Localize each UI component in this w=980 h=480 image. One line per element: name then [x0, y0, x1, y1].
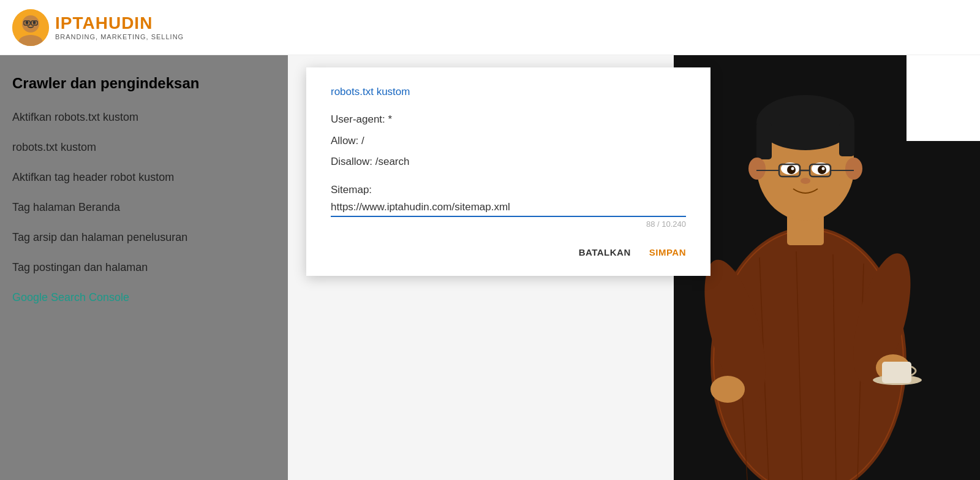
sitemap-input[interactable]: [331, 199, 686, 217]
svg-rect-20: [839, 123, 854, 156]
svg-rect-19: [756, 123, 772, 159]
svg-point-25: [787, 166, 796, 174]
svg-rect-39: [882, 362, 911, 383]
dialog-actions: BATALKAN SIMPAN: [331, 247, 686, 257]
dialog-robots-txt: robots.txt kustom User-agent: * Allow: /…: [306, 67, 710, 276]
svg-rect-41: [907, 55, 980, 141]
dialog-robots-content: User-agent: * Allow: / Disallow: /search: [331, 110, 686, 172]
robots-line3: Disallow: /search: [331, 153, 686, 172]
sidebar-item-aktifkan-robots[interactable]: Aktifkan robots.txt kustom: [12, 111, 276, 124]
sidebar-item-tag-postingan[interactable]: Tag postingan dan halaman: [12, 261, 276, 274]
svg-point-22: [845, 158, 862, 180]
svg-point-34: [801, 178, 810, 184]
person-svg: [674, 55, 980, 480]
logo-title: IPTAHUDIN: [55, 15, 184, 32]
svg-point-21: [748, 158, 766, 180]
sidebar-item-robots-kustom[interactable]: robots.txt kustom: [12, 141, 276, 154]
main-content: Crawler dan pengindeksan Aktifkan robots…: [0, 55, 980, 480]
svg-point-3: [26, 21, 29, 24]
sidebar-item-google-search-console[interactable]: Google Search Console: [12, 291, 276, 304]
char-count: 88 / 10.240: [331, 219, 686, 229]
sitemap-label: Sitemap:: [331, 184, 686, 196]
logo-subtitle: BRANDING, MARKETING, SELLING: [55, 33, 184, 40]
logo-text-block: IPTAHUDIN BRANDING, MARKETING, SELLING: [55, 15, 184, 40]
sidebar: Crawler dan pengindeksan Aktifkan robots…: [0, 55, 288, 480]
sidebar-item-tag-arsip[interactable]: Tag arsip dan halaman penelusuran: [12, 231, 276, 244]
person-image-area: [674, 55, 980, 480]
robots-line2: Allow: /: [331, 132, 686, 151]
svg-point-26: [818, 166, 826, 174]
svg-point-27: [791, 167, 794, 170]
save-button[interactable]: SIMPAN: [649, 247, 686, 257]
svg-point-1: [22, 15, 39, 32]
sidebar-item-aktifkan-tag[interactable]: Aktifkan tag header robot kustom: [12, 171, 276, 184]
logo-title-text: IPTAHUDIN: [55, 13, 153, 32]
sidebar-title: Crawler dan pengindeksan: [12, 74, 276, 93]
dialog-title: robots.txt kustom: [331, 86, 686, 98]
svg-point-28: [822, 167, 825, 170]
content-area: robots.txt kustom User-agent: * Allow: /…: [288, 55, 980, 480]
svg-point-40: [710, 376, 745, 403]
logo-area: IPTAHUDIN BRANDING, MARKETING, SELLING: [12, 9, 184, 46]
sitemap-input-wrapper: [331, 199, 686, 217]
header: IPTAHUDIN BRANDING, MARKETING, SELLING: [0, 0, 980, 55]
logo-avatar: [12, 9, 49, 46]
cancel-button[interactable]: BATALKAN: [579, 247, 631, 257]
sidebar-item-tag-beranda[interactable]: Tag halaman Beranda: [12, 201, 276, 214]
svg-point-4: [33, 21, 36, 24]
robots-line1: User-agent: *: [331, 110, 686, 129]
